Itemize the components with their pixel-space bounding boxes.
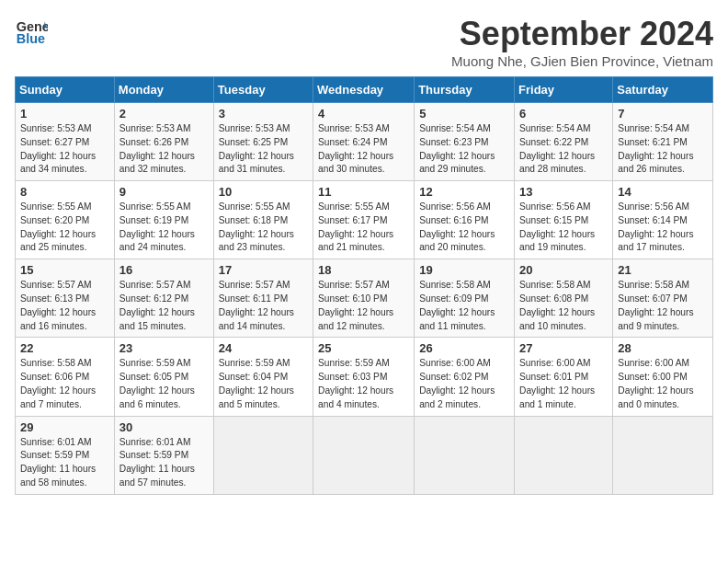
page-header: General Blue September 2024 Muong Nhe, G… bbox=[15, 15, 713, 69]
day-number: 21 bbox=[618, 263, 708, 277]
day-number: 11 bbox=[318, 185, 409, 199]
day-number: 13 bbox=[519, 185, 608, 199]
day-number: 3 bbox=[219, 107, 308, 121]
day-info: Sunrise: 6:00 AMSunset: 6:01 PMDaylight:… bbox=[519, 357, 608, 411]
day-number: 8 bbox=[20, 185, 109, 199]
day-cell: 27Sunrise: 6:00 AMSunset: 6:01 PMDayligh… bbox=[515, 338, 613, 416]
day-info: Sunrise: 5:59 AMSunset: 6:03 PMDaylight:… bbox=[318, 357, 409, 411]
day-info: Sunrise: 5:53 AMSunset: 6:27 PMDaylight:… bbox=[20, 122, 109, 177]
day-cell bbox=[613, 416, 713, 494]
column-header-sunday: Sunday bbox=[16, 77, 115, 103]
day-number: 17 bbox=[219, 263, 308, 277]
header-row: SundayMondayTuesdayWednesdayThursdayFrid… bbox=[16, 77, 713, 103]
day-number: 24 bbox=[219, 341, 308, 355]
week-row-3: 15Sunrise: 5:57 AMSunset: 6:13 PMDayligh… bbox=[16, 259, 713, 338]
day-number: 7 bbox=[618, 107, 708, 121]
day-cell: 23Sunrise: 5:59 AMSunset: 6:05 PMDayligh… bbox=[114, 338, 213, 416]
day-info: Sunrise: 6:01 AMSunset: 5:59 PMDaylight:… bbox=[119, 436, 209, 490]
day-info: Sunrise: 5:57 AMSunset: 6:10 PMDaylight:… bbox=[318, 279, 409, 333]
day-cell: 25Sunrise: 5:59 AMSunset: 6:03 PMDayligh… bbox=[313, 338, 415, 416]
day-cell: 21Sunrise: 5:58 AMSunset: 6:07 PMDayligh… bbox=[613, 259, 713, 338]
day-cell bbox=[313, 416, 415, 494]
day-cell: 28Sunrise: 6:00 AMSunset: 6:00 PMDayligh… bbox=[613, 338, 713, 416]
day-cell: 4Sunrise: 5:53 AMSunset: 6:24 PMDaylight… bbox=[313, 103, 415, 181]
day-cell: 29Sunrise: 6:01 AMSunset: 5:59 PMDayligh… bbox=[16, 416, 115, 494]
day-cell bbox=[415, 416, 515, 494]
day-info: Sunrise: 5:53 AMSunset: 6:25 PMDaylight:… bbox=[219, 122, 308, 177]
location-title: Muong Nhe, GJien Bien Province, Vietnam bbox=[451, 53, 713, 69]
day-number: 6 bbox=[519, 107, 608, 121]
month-title: September 2024 bbox=[451, 15, 713, 53]
day-cell: 8Sunrise: 5:55 AMSunset: 6:20 PMDaylight… bbox=[16, 181, 115, 259]
day-info: Sunrise: 5:55 AMSunset: 6:17 PMDaylight:… bbox=[318, 201, 409, 255]
day-cell: 24Sunrise: 5:59 AMSunset: 6:04 PMDayligh… bbox=[213, 338, 313, 416]
week-row-2: 8Sunrise: 5:55 AMSunset: 6:20 PMDaylight… bbox=[16, 181, 713, 259]
day-number: 9 bbox=[119, 185, 209, 199]
day-cell: 1Sunrise: 5:53 AMSunset: 6:27 PMDaylight… bbox=[16, 103, 115, 181]
day-number: 4 bbox=[318, 107, 409, 121]
day-number: 29 bbox=[20, 420, 109, 434]
day-cell bbox=[213, 416, 313, 494]
day-cell: 22Sunrise: 5:58 AMSunset: 6:06 PMDayligh… bbox=[16, 338, 115, 416]
day-info: Sunrise: 5:59 AMSunset: 6:04 PMDaylight:… bbox=[219, 357, 308, 411]
day-number: 19 bbox=[419, 263, 509, 277]
logo-icon: General Blue bbox=[15, 15, 48, 48]
day-cell: 17Sunrise: 5:57 AMSunset: 6:11 PMDayligh… bbox=[213, 259, 313, 338]
day-cell: 7Sunrise: 5:54 AMSunset: 6:21 PMDaylight… bbox=[613, 103, 713, 181]
day-cell: 13Sunrise: 5:56 AMSunset: 6:15 PMDayligh… bbox=[515, 181, 613, 259]
column-header-wednesday: Wednesday bbox=[313, 77, 415, 103]
day-info: Sunrise: 5:54 AMSunset: 6:22 PMDaylight:… bbox=[519, 122, 608, 177]
calendar-table: SundayMondayTuesdayWednesdayThursdayFrid… bbox=[15, 76, 713, 495]
day-info: Sunrise: 5:55 AMSunset: 6:18 PMDaylight:… bbox=[219, 201, 308, 255]
day-info: Sunrise: 5:58 AMSunset: 6:08 PMDaylight:… bbox=[519, 279, 608, 333]
day-number: 26 bbox=[419, 341, 509, 355]
day-cell: 12Sunrise: 5:56 AMSunset: 6:16 PMDayligh… bbox=[415, 181, 515, 259]
day-info: Sunrise: 6:00 AMSunset: 6:02 PMDaylight:… bbox=[419, 357, 509, 411]
day-number: 10 bbox=[219, 185, 308, 199]
day-info: Sunrise: 5:57 AMSunset: 6:11 PMDaylight:… bbox=[219, 279, 308, 333]
day-number: 15 bbox=[20, 263, 109, 277]
day-number: 22 bbox=[20, 341, 109, 355]
svg-text:Blue: Blue bbox=[17, 31, 45, 46]
column-header-friday: Friday bbox=[515, 77, 613, 103]
day-info: Sunrise: 5:53 AMSunset: 6:26 PMDaylight:… bbox=[119, 122, 209, 177]
day-number: 25 bbox=[318, 341, 409, 355]
day-info: Sunrise: 5:54 AMSunset: 6:21 PMDaylight:… bbox=[618, 122, 708, 177]
day-cell: 10Sunrise: 5:55 AMSunset: 6:18 PMDayligh… bbox=[213, 181, 313, 259]
day-info: Sunrise: 5:56 AMSunset: 6:16 PMDaylight:… bbox=[419, 201, 509, 255]
day-cell: 20Sunrise: 5:58 AMSunset: 6:08 PMDayligh… bbox=[515, 259, 613, 338]
day-info: Sunrise: 5:59 AMSunset: 6:05 PMDaylight:… bbox=[119, 357, 209, 411]
day-number: 14 bbox=[618, 185, 708, 199]
day-cell: 5Sunrise: 5:54 AMSunset: 6:23 PMDaylight… bbox=[415, 103, 515, 181]
day-cell: 9Sunrise: 5:55 AMSunset: 6:19 PMDaylight… bbox=[114, 181, 213, 259]
day-number: 5 bbox=[419, 107, 509, 121]
column-header-saturday: Saturday bbox=[613, 77, 713, 103]
day-cell: 6Sunrise: 5:54 AMSunset: 6:22 PMDaylight… bbox=[515, 103, 613, 181]
day-cell: 30Sunrise: 6:01 AMSunset: 5:59 PMDayligh… bbox=[114, 416, 213, 494]
day-info: Sunrise: 5:58 AMSunset: 6:07 PMDaylight:… bbox=[618, 279, 708, 333]
day-number: 30 bbox=[119, 420, 209, 434]
title-area: September 2024 Muong Nhe, GJien Bien Pro… bbox=[451, 15, 713, 69]
day-number: 20 bbox=[519, 263, 608, 277]
day-info: Sunrise: 5:55 AMSunset: 6:19 PMDaylight:… bbox=[119, 201, 209, 255]
day-number: 1 bbox=[20, 107, 109, 121]
week-row-1: 1Sunrise: 5:53 AMSunset: 6:27 PMDaylight… bbox=[16, 103, 713, 181]
column-header-tuesday: Tuesday bbox=[213, 77, 313, 103]
day-info: Sunrise: 5:56 AMSunset: 6:14 PMDaylight:… bbox=[618, 201, 708, 255]
day-info: Sunrise: 5:54 AMSunset: 6:23 PMDaylight:… bbox=[419, 122, 509, 177]
day-info: Sunrise: 5:56 AMSunset: 6:15 PMDaylight:… bbox=[519, 201, 608, 255]
logo: General Blue bbox=[15, 15, 48, 48]
day-number: 18 bbox=[318, 263, 409, 277]
day-info: Sunrise: 5:57 AMSunset: 6:12 PMDaylight:… bbox=[119, 279, 209, 333]
day-cell: 2Sunrise: 5:53 AMSunset: 6:26 PMDaylight… bbox=[114, 103, 213, 181]
week-row-5: 29Sunrise: 6:01 AMSunset: 5:59 PMDayligh… bbox=[16, 416, 713, 494]
day-number: 23 bbox=[119, 341, 209, 355]
day-cell: 18Sunrise: 5:57 AMSunset: 6:10 PMDayligh… bbox=[313, 259, 415, 338]
day-cell: 19Sunrise: 5:58 AMSunset: 6:09 PMDayligh… bbox=[415, 259, 515, 338]
day-cell: 3Sunrise: 5:53 AMSunset: 6:25 PMDaylight… bbox=[213, 103, 313, 181]
day-cell: 11Sunrise: 5:55 AMSunset: 6:17 PMDayligh… bbox=[313, 181, 415, 259]
day-info: Sunrise: 6:01 AMSunset: 5:59 PMDaylight:… bbox=[20, 436, 109, 490]
day-info: Sunrise: 5:58 AMSunset: 6:06 PMDaylight:… bbox=[20, 357, 109, 411]
column-header-monday: Monday bbox=[114, 77, 213, 103]
day-info: Sunrise: 5:55 AMSunset: 6:20 PMDaylight:… bbox=[20, 201, 109, 255]
